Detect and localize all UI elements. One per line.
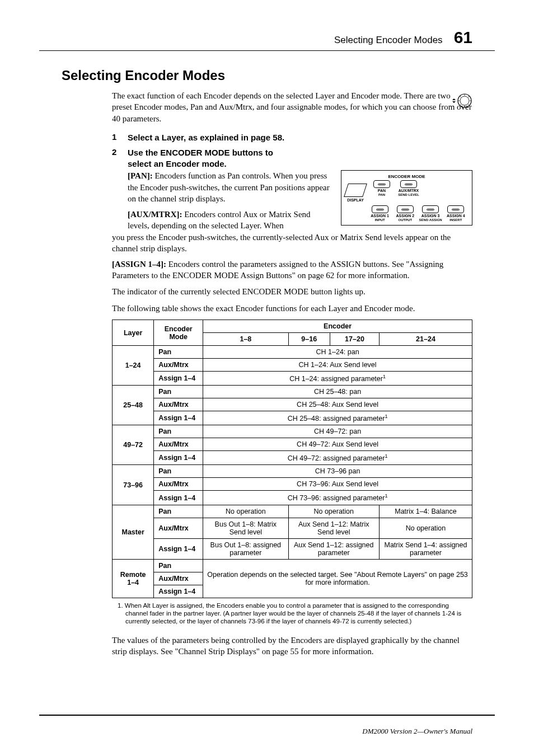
master-pan-c1: No operation bbox=[203, 505, 288, 518]
master-pan-mode: Pan bbox=[154, 505, 203, 518]
assign-desc: [ASSIGN 1–4]: Encoders control the param… bbox=[112, 259, 472, 281]
page-footer: DM2000 Version 2—Owner's Manual bbox=[362, 727, 472, 736]
value-cell: CH 49–72: assigned parameter1 bbox=[203, 451, 472, 465]
svg-line-6 bbox=[460, 96, 461, 97]
th-col3: 17–20 bbox=[330, 333, 380, 346]
master-assign-c3: Matrix Send 1–4: assigned parameter bbox=[379, 538, 472, 559]
value-cell: CH 1–24: Aux Send level bbox=[203, 359, 472, 372]
step-1-text: Select a Layer, as explained in page 58. bbox=[128, 132, 284, 143]
th-encoder: Encoder bbox=[203, 320, 472, 333]
assign3-col: ASSIGN 3 SEND ASSIGN bbox=[419, 205, 442, 222]
step-2-number: 2 bbox=[112, 147, 120, 169]
assign4-button-icon bbox=[447, 205, 464, 213]
value-cell: CH 49–72: pan bbox=[203, 425, 472, 438]
mode-cell: Pan bbox=[154, 465, 203, 478]
pan-desc: [PAN]: Encoders function as Pan controls… bbox=[128, 170, 332, 204]
value-cell: CH 1–24: assigned parameter1 bbox=[203, 372, 472, 386]
auxmtrx-button-col: AUX/MTRX SEND LEVEL bbox=[396, 180, 421, 196]
master-aux-c3: No operation bbox=[379, 518, 472, 538]
intro-paragraph: The exact function of each Encoder depen… bbox=[112, 90, 472, 124]
value-cell: CH 25–48: Aux Send level bbox=[203, 398, 472, 411]
svg-line-7 bbox=[468, 104, 469, 105]
indicator-note: The indicator of the currently selected … bbox=[112, 286, 472, 297]
header-title: Selecting Encoder Modes bbox=[334, 35, 443, 46]
assign4-col: ASSIGN 4 INSERT bbox=[444, 205, 467, 222]
assign3-button-icon bbox=[422, 205, 439, 213]
mode-cell: Pan bbox=[154, 386, 203, 398]
th-col1: 1–8 bbox=[203, 333, 288, 346]
step-2-text: Use the ENCODER MODE buttons to select a… bbox=[128, 147, 296, 169]
remote-mode-0: Pan bbox=[154, 559, 203, 572]
step-2: 2 Use the ENCODER MODE buttons to select… bbox=[112, 147, 472, 169]
layer-cell: 73–96 bbox=[113, 465, 154, 505]
svg-marker-11 bbox=[452, 101, 456, 103]
encoder-function-table: Layer Encoder Mode Encoder 1–8 9–16 17–2… bbox=[112, 320, 472, 598]
svg-marker-10 bbox=[452, 98, 456, 100]
layer-master: Master bbox=[113, 505, 154, 559]
table-intro: The following table shows the exact Enco… bbox=[112, 303, 472, 314]
value-cell: CH 1–24: pan bbox=[203, 346, 472, 359]
master-pan-c2: No operation bbox=[288, 505, 379, 518]
assign2-button-icon bbox=[397, 205, 414, 213]
mode-cell: Assign 1–4 bbox=[154, 372, 203, 386]
mode-cell: Pan bbox=[154, 346, 203, 359]
mode-cell: Assign 1–4 bbox=[154, 451, 203, 465]
master-aux-c1: Bus Out 1–8: Matrix Send level bbox=[203, 518, 288, 538]
step-1-number: 1 bbox=[112, 132, 120, 143]
value-cell: CH 25–48: assigned parameter1 bbox=[203, 411, 472, 425]
layer-remote: Remote 1–4 bbox=[113, 559, 154, 598]
value-cell: CH 25–48: pan bbox=[203, 386, 472, 398]
diagram-title: ENCODER MODE bbox=[346, 174, 467, 179]
header-page-number: 61 bbox=[454, 28, 472, 47]
pan-text: Encoders function as Pan controls. When … bbox=[128, 171, 330, 203]
auxmtrx-button-icon bbox=[400, 180, 417, 188]
assign1-button-icon bbox=[372, 205, 388, 213]
mode-cell: Aux/Mtrx bbox=[154, 478, 203, 491]
assign-label: [ASSIGN 1–4]: bbox=[112, 260, 166, 269]
th-layer: Layer bbox=[113, 320, 154, 346]
master-assign-c1: Bus Out 1–8: assigned parameter bbox=[203, 538, 288, 559]
post-table-paragraph: The values of the parameters being contr… bbox=[112, 635, 472, 658]
pan-label: [PAN]: bbox=[128, 171, 153, 180]
pan-button-col: PAN PAN bbox=[369, 180, 394, 196]
value-cell: CH 73–96: Aux Send level bbox=[203, 478, 472, 491]
th-mode: Encoder Mode bbox=[154, 320, 203, 346]
th-col2: 9–16 bbox=[288, 333, 330, 346]
master-assign-c2: Aux Send 1–12: assigned parameter bbox=[288, 538, 379, 559]
layer-cell: 25–48 bbox=[113, 386, 154, 425]
value-cell: CH 49–72: Aux Send level bbox=[203, 438, 472, 451]
step-1: 1 Select a Layer, as explained in page 5… bbox=[112, 132, 472, 143]
value-cell: CH 73–96 pan bbox=[203, 465, 472, 478]
encoder-mode-diagram: ENCODER MODE DISPLAY PAN PAN AUX/MTRX bbox=[341, 170, 472, 226]
section-heading: Selecting Encoder Modes bbox=[62, 68, 472, 83]
svg-line-9 bbox=[468, 96, 469, 97]
aux-desc-left: [AUX/MTRX]: Encoders control Aux or Matr… bbox=[128, 209, 332, 232]
remote-mode-1: Aux/Mtrx bbox=[154, 572, 203, 585]
assign2-col: ASSIGN 2 OUTPUT bbox=[394, 205, 416, 222]
mode-cell: Aux/Mtrx bbox=[154, 438, 203, 451]
master-aux-mode: Aux/Mtrx bbox=[154, 518, 203, 538]
mode-cell: Assign 1–4 bbox=[154, 491, 203, 505]
value-cell: CH 73–96: assigned parameter1 bbox=[203, 491, 472, 505]
th-col4: 21–24 bbox=[379, 333, 472, 346]
master-aux-c2: Aux Send 1–12: Matrix Send level bbox=[288, 518, 379, 538]
master-assign-mode: Assign 1–4 bbox=[154, 538, 203, 559]
mode-cell: Pan bbox=[154, 425, 203, 438]
remote-mode-2: Assign 1–4 bbox=[154, 585, 203, 598]
assign1-col: ASSIGN 1 INPUT bbox=[368, 205, 391, 222]
display-shape-icon bbox=[344, 184, 367, 197]
svg-point-1 bbox=[460, 96, 469, 105]
footer-rule bbox=[39, 715, 495, 716]
master-pan-c3: Matrix 1–4: Balance bbox=[379, 505, 472, 518]
layer-cell: 49–72 bbox=[113, 425, 154, 465]
mode-cell: Aux/Mtrx bbox=[154, 398, 203, 411]
remote-text: Operation depends on the selected target… bbox=[203, 559, 472, 598]
layer-cell: 1–24 bbox=[113, 346, 154, 386]
display-label: DISPLAY bbox=[347, 198, 364, 202]
svg-line-8 bbox=[460, 104, 461, 105]
encoder-dial-icon bbox=[452, 93, 472, 109]
page-header: Selecting Encoder Modes 61 bbox=[39, 28, 495, 51]
aux-label: [AUX/MTRX]: bbox=[128, 210, 182, 219]
pan-button-icon bbox=[373, 180, 390, 188]
mode-cell: Assign 1–4 bbox=[154, 411, 203, 425]
